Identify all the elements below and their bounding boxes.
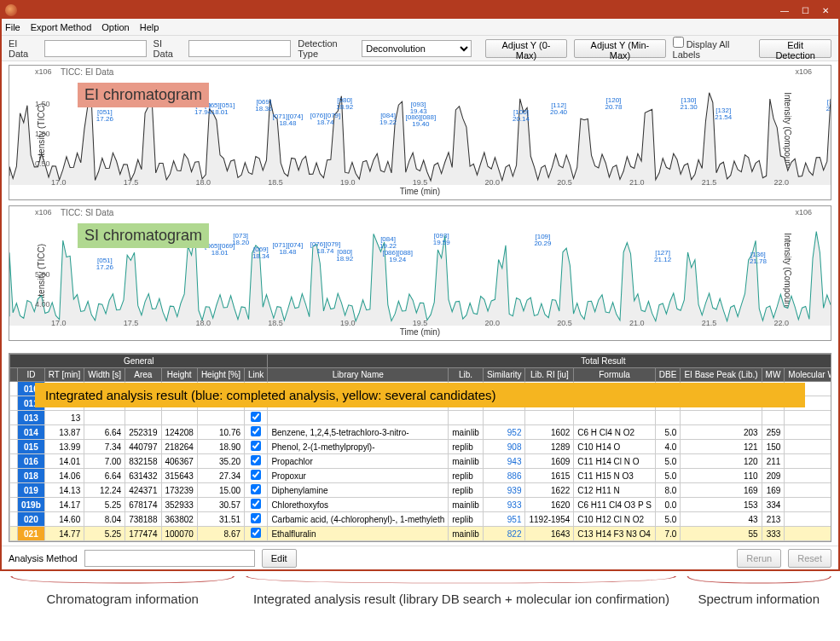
- table-row[interactable]: 01614.017.0083215840636735.20Propachlorm…: [10, 454, 831, 469]
- result-table[interactable]: GeneralTotal ResultSpectrum InfoIDRT [mi…: [9, 354, 831, 541]
- x-tick: 21.0: [629, 319, 645, 326]
- detection-type-label: Detection Type: [298, 38, 355, 59]
- x-tick: 18.0: [196, 178, 211, 185]
- minimize-button[interactable]: —: [775, 3, 794, 17]
- link-checkbox[interactable]: [251, 499, 261, 509]
- chart-badge: SI chromatogram: [78, 223, 209, 248]
- adjust-y-0max-button[interactable]: Adjust Y (0-Max): [485, 39, 568, 58]
- rerun-button[interactable]: Rerun: [737, 549, 781, 568]
- analysis-method-label: Analysis Method: [9, 553, 78, 563]
- si-data-input[interactable]: [188, 40, 291, 57]
- link-checkbox[interactable]: [251, 441, 261, 451]
- x-tick: 22.0: [773, 178, 789, 185]
- y-tick: 5.00: [35, 270, 50, 279]
- x-tick: 20.5: [557, 178, 572, 185]
- link-checkbox[interactable]: [251, 426, 261, 436]
- si-data-label: SI Data: [154, 38, 182, 59]
- titlebar: — ☐ ✕: [2, 2, 838, 19]
- edit-button[interactable]: Edit: [262, 549, 297, 568]
- maximize-button[interactable]: ☐: [796, 3, 814, 17]
- x-tick: 21.5: [702, 178, 717, 185]
- app-window: — ☐ ✕ File Export Method Option Help EI …: [0, 0, 840, 571]
- table-row[interactable]: 02114.775.251774741000708.67Ethalflurali…: [10, 527, 831, 541]
- menu-export[interactable]: Export Method: [31, 22, 92, 32]
- x-tick: 22.0: [773, 319, 789, 326]
- x-axis-label: Time (min): [9, 185, 831, 199]
- x-tick: 19.0: [340, 319, 356, 326]
- link-checkbox[interactable]: [251, 470, 261, 480]
- x-tick: 19.0: [340, 178, 356, 185]
- results-table: Integrated analysis result (blue: comple…: [9, 353, 831, 542]
- link-checkbox[interactable]: [251, 528, 261, 538]
- x-axis-label: Time (min): [9, 326, 831, 340]
- toolbar: EI Data SI Data Detection Type Deconvolu…: [2, 36, 838, 61]
- y-tick: 0.50: [35, 159, 50, 168]
- app-icon: [5, 4, 17, 16]
- chart-badge: EI chromatogram: [78, 83, 209, 107]
- x-tick: 17.0: [51, 319, 67, 326]
- x-tick: 17.5: [124, 319, 139, 326]
- x-tick: 18.5: [268, 319, 283, 326]
- captions: Chromatogram information Integrated anal…: [0, 592, 840, 613]
- table-row[interactable]: 019b14.175.2567817435293330.57Chlorethox…: [10, 498, 831, 512]
- bottom-bar: Analysis Method Edit Rerun Reset: [2, 546, 838, 569]
- link-checkbox[interactable]: [251, 513, 261, 523]
- table-row[interactable]: 01413.876.6425231912420810.76Benzene, 1,…: [10, 425, 831, 440]
- link-checkbox[interactable]: [251, 484, 261, 494]
- table-row[interactable]: 02214.927.6936324115769413.66Dicrotophos…: [10, 541, 831, 542]
- table-row[interactable]: 01914.1312.2442437117323915.00Diphenylam…: [10, 483, 831, 498]
- x-tick: 20.0: [484, 319, 500, 326]
- display-all-labels-checkbox[interactable]: Display All Labels: [673, 37, 753, 60]
- brackets: [0, 571, 840, 592]
- adjust-y-minmax-button[interactable]: Adjust Y (Min-Max): [574, 39, 665, 58]
- reset-button[interactable]: Reset: [788, 549, 831, 568]
- menu-option[interactable]: Option: [101, 22, 129, 32]
- link-checkbox[interactable]: [251, 455, 261, 465]
- detection-type-select[interactable]: Deconvolution: [362, 40, 471, 57]
- overlay-caption: Integrated analysis result (blue: comple…: [35, 383, 805, 407]
- x-tick: 18.5: [268, 178, 283, 185]
- x-tick: 17.0: [51, 178, 67, 185]
- link-checkbox[interactable]: [251, 412, 261, 422]
- menu-help[interactable]: Help: [140, 22, 159, 32]
- charts-area: TICC: EI DataEI chromatogramIntensity (T…: [2, 61, 838, 349]
- analysis-method-input[interactable]: [84, 550, 255, 567]
- close-button[interactable]: ✕: [816, 3, 835, 17]
- x-tick: 17.5: [124, 178, 139, 185]
- ei-data-label: EI Data: [9, 38, 38, 59]
- si-chart[interactable]: TICC: SI DataSI chromatogramIntensity (T…: [9, 205, 831, 341]
- menubar: File Export Method Option Help: [2, 19, 838, 36]
- menu-file[interactable]: File: [5, 22, 20, 32]
- x-tick: 18.0: [196, 319, 211, 326]
- table-row[interactable]: 01313156: [10, 411, 831, 425]
- edit-detection-button[interactable]: Edit Detection: [759, 39, 831, 58]
- x-tick: 20.0: [484, 178, 500, 185]
- y-tick: 1.00: [35, 130, 50, 138]
- table-row[interactable]: 01814.066.6463143231564327.34Propoxurrep…: [10, 469, 831, 483]
- x-tick: 19.5: [413, 319, 428, 326]
- x-tick: 20.5: [557, 319, 572, 326]
- caption-result: Integrated analysis result (library DB s…: [238, 592, 684, 606]
- y-tick: 1.50: [35, 100, 50, 108]
- x-tick: 19.5: [413, 178, 428, 185]
- table-row[interactable]: 01513.997.3444079721826418.90Phenol, 2-(…: [10, 440, 831, 454]
- table-row[interactable]: 02014.608.0473818836380231.51Carbamic ac…: [10, 512, 831, 527]
- ei-chart[interactable]: TICC: EI DataEI chromatogramIntensity (T…: [9, 65, 831, 200]
- caption-chromatogram: Chromatogram information: [7, 592, 238, 606]
- x-tick: 21.0: [629, 178, 645, 185]
- y-tick: 4.00: [35, 300, 50, 309]
- x-tick: 21.5: [702, 319, 717, 326]
- ei-data-input[interactable]: [44, 40, 147, 57]
- window-controls: — ☐ ✕: [775, 3, 835, 17]
- caption-spectrum: Spectrum information: [685, 592, 833, 606]
